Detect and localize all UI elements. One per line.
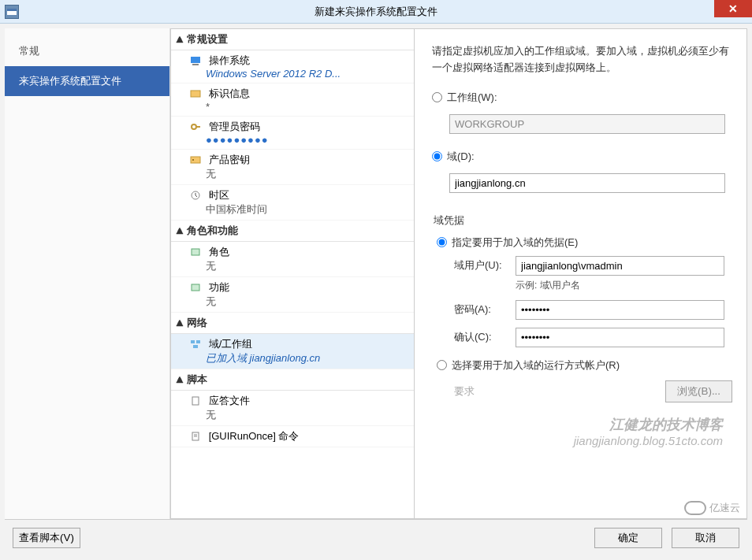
section-label: 常规设置 [187,32,228,46]
tree-section-network[interactable]: ⯅ 网络 [171,313,414,334]
tree-gui-runonce[interactable]: [GUIRunOnce] 命令 [171,426,414,447]
browse-button: 浏览(B)... [665,380,732,402]
spec-cred-radio[interactable] [437,237,447,247]
id-value: * [206,101,409,113]
collapse-icon: ⯅ [176,35,187,44]
password-input[interactable] [516,300,724,320]
close-icon: ✕ [728,2,738,15]
domain-input[interactable] [449,173,725,193]
watermark-logo: 亿速云 [684,501,740,515]
tree-os[interactable]: 操作系统 Windows Server 2012 R2 D... [171,50,414,83]
browse-row: 要求 浏览(B)... [454,380,732,402]
svg-point-8 [192,159,194,161]
workgroup-input [449,114,725,134]
section-label: 角色和功能 [187,224,238,238]
svg-rect-7 [191,157,200,163]
svg-rect-15 [192,397,199,405]
spec-cred-label: 指定要用于加入域的凭据(E) [452,235,578,250]
svg-rect-11 [192,284,199,291]
tree-section-roles[interactable]: ⯅ 角色和功能 [171,221,414,242]
tree-section-general[interactable]: ⯅ 常规设置 [171,29,414,50]
section-label: 网络 [187,316,207,330]
cred-group-label: 域凭据 [434,213,732,228]
section-label: 脚本 [187,373,207,387]
confirm-password-input[interactable] [516,328,724,347]
confirm-label: 确认(C): [454,330,516,344]
tz-value: 中国标准时间 [206,202,409,217]
svg-rect-1 [7,9,17,11]
required-label: 要求 [454,384,516,399]
workgroup-label: 工作组(W): [447,91,497,105]
tree-identity[interactable]: 标识信息 * [171,83,414,117]
file-icon [190,396,203,407]
domain-value: 已加入域 jiangjianlong.cn [206,351,409,365]
settings-tree: ⯅ 常规设置 操作系统 Windows Server 2012 R2 D... … [170,28,415,519]
titlebar: 新建来宾操作系统配置文件 ✕ [0,0,752,24]
workgroup-radio-row[interactable]: 工作组(W): [432,91,732,105]
user-label: 域用户(U): [454,258,516,273]
svg-rect-6 [195,126,200,128]
password-icon [190,122,203,133]
tree-product-key[interactable]: 产品密钥 无 [171,150,414,185]
domain-label: 域(D): [447,150,475,164]
roles-value: 无 [206,259,409,273]
network-icon [190,339,203,350]
cred-form: 域用户(U): 示例: 域\用户名 密码(A): 确认(C): [454,256,732,347]
cancel-button[interactable]: 取消 [672,528,739,548]
user-hint: 示例: 域\用户名 [516,279,732,292]
workgroup-radio[interactable] [432,92,442,102]
domain-radio-row[interactable]: 域(D): [432,150,732,164]
domain-user-input[interactable] [516,256,724,276]
watermark: 江健龙的技术博客 jiangjianlong.blog.51cto.com [574,415,723,447]
id-icon [190,89,203,100]
tree-features[interactable]: 功能 无 [171,277,414,313]
os-icon [190,56,203,67]
dialog-window: 新建来宾操作系统配置文件 ✕ 常规 来宾操作系统配置文件 ⯅ 常规设置 操作系统 [0,0,752,560]
svg-rect-13 [196,340,200,343]
feat-value: 无 [206,295,409,309]
ans-value: 无 [206,408,409,422]
view-script-button[interactable]: 查看脚本(V) [13,528,80,548]
nav-guest-profile[interactable]: 来宾操作系统配置文件 [5,66,169,96]
svg-rect-10 [192,249,199,255]
left-sidebar: 常规 来宾操作系统配置文件 [5,28,170,519]
tree-timezone[interactable]: 时区 中国标准时间 [171,185,414,221]
pwd-label: 密码(A): [454,302,516,317]
script-icon [190,432,203,443]
nav-general[interactable]: 常规 [5,36,169,66]
svg-rect-12 [191,340,195,343]
ok-button[interactable]: 确定 [594,528,662,548]
collapse-icon: ⯅ [176,227,187,235]
description-text: 请指定虚拟机应加入的工作组或域。要加入域，虚拟机必须至少有一个虚拟网络适配器连接… [432,43,732,76]
pwd-value: ●●●●●●●●● [206,134,409,146]
os-value: Windows Server 2012 R2 D... [206,68,409,80]
dialog-body: 常规 来宾操作系统配置文件 ⯅ 常规设置 操作系统 Windows Server… [0,24,752,560]
tree-admin-password[interactable]: 管理员密码 ●●●●●●●●● [171,117,414,150]
svg-rect-4 [191,91,200,97]
app-icon [5,5,19,19]
dialog-footer: 查看脚本(V) 确定 取消 [5,519,747,555]
window-title: 新建来宾操作系统配置文件 [315,5,437,19]
spec-cred-radio-row[interactable]: 指定要用于加入域的凭据(E) [437,235,732,250]
runas-radio[interactable] [437,360,447,370]
tree-answer-file[interactable]: 应答文件 无 [171,391,414,426]
roles-icon [190,247,203,258]
cloud-icon [684,501,706,515]
svg-rect-3 [192,64,199,65]
tree-section-scripts[interactable]: ⯅ 脚本 [171,369,414,391]
svg-rect-14 [193,345,198,348]
close-button[interactable]: ✕ [714,0,752,17]
collapse-icon: ⯅ [176,319,187,328]
svg-rect-2 [191,57,200,63]
detail-pane: 请指定虚拟机应加入的工作组或域。要加入域，虚拟机必须至少有一个虚拟网络适配器连接… [415,28,747,519]
tree-roles[interactable]: 角色 无 [171,242,414,277]
collapse-icon: ⯅ [176,376,187,384]
features-icon [190,283,203,294]
tree-domain-workgroup[interactable]: 域/工作组 已加入域 jiangjianlong.cn [171,334,414,369]
key-value: 无 [206,167,409,181]
runas-radio-row[interactable]: 选择要用于加入域的运行方式帐户(R) [437,358,732,373]
runas-label: 选择要用于加入域的运行方式帐户(R) [452,358,620,373]
domain-radio[interactable] [432,151,442,161]
key-icon [190,155,203,166]
clock-icon [190,191,203,202]
